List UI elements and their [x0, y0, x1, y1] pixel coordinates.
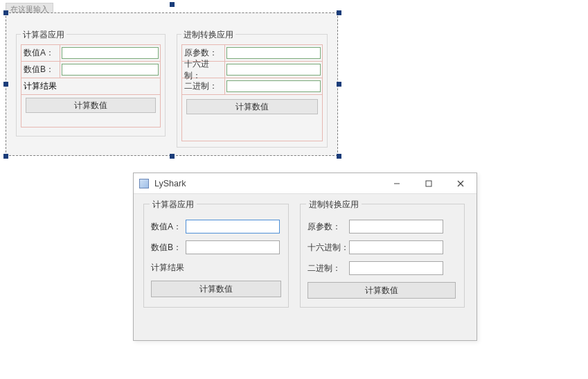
designer-calc-group[interactable]: 计算器应用 数值A： 数值B： 计算结果 计算数值 — [16, 34, 166, 136]
designer-calc-inner[interactable]: 数值A： 数值B： 计算结果 计算数值 — [21, 44, 161, 127]
conv-label-bin: 二进制： — [308, 263, 349, 274]
designer-calc-label-b[interactable]: 数值B： — [21, 62, 60, 78]
maximize-button[interactable] — [413, 173, 445, 193]
resize-handle-ne-icon[interactable] — [337, 10, 341, 15]
window-title: LyShark — [154, 179, 186, 188]
designer-conv-label-hex[interactable]: 十六进制： — [182, 62, 225, 78]
minimize-button[interactable] — [381, 173, 413, 193]
calc-label-b: 数值B： — [151, 242, 186, 254]
conv-field-bin[interactable] — [349, 261, 443, 275]
titlebar[interactable]: LyShark — [134, 173, 476, 194]
minimize-icon — [393, 180, 400, 187]
svg-rect-1 — [426, 181, 431, 186]
calc-field-a[interactable] — [186, 220, 280, 233]
resize-handle-e-icon[interactable] — [337, 82, 341, 87]
conv-label-param: 原参数： — [308, 221, 349, 233]
resize-handle-nw-icon[interactable] — [3, 10, 8, 15]
calc-field-b[interactable] — [186, 240, 280, 254]
calc-group-title: 计算器应用 — [150, 199, 197, 211]
designer-conv-group-title[interactable]: 进制转换应用 — [181, 29, 235, 41]
app-icon — [139, 179, 149, 188]
conv-button[interactable]: 计算数值 — [308, 282, 456, 299]
resize-handle-se-icon[interactable] — [337, 154, 341, 159]
designer-conv-button[interactable]: 计算数值 — [186, 99, 318, 114]
calc-button[interactable]: 计算数值 — [151, 281, 281, 297]
designer-calc-button[interactable]: 计算数值 — [26, 98, 156, 113]
designer-conv-inner[interactable]: 原参数： 十六进制： 二进制： 计算数值 — [181, 44, 323, 141]
calc-result-label: 计算结果 — [151, 261, 281, 274]
close-button[interactable] — [445, 173, 476, 193]
designer-calc-label-a[interactable]: 数值A： — [21, 45, 60, 61]
maximize-icon — [425, 180, 432, 187]
designer-canvas[interactable]: 计算器应用 数值A： 数值B： 计算结果 计算数值 进制转换应用 原参数： 十六… — [6, 12, 338, 156]
conv-field-param[interactable] — [349, 220, 443, 233]
designer-conv-group[interactable]: 进制转换应用 原参数： 十六进制： 二进制： 计算数值 — [177, 34, 328, 148]
designer-conv-field-bin[interactable] — [226, 80, 321, 92]
conv-field-hex[interactable] — [349, 240, 443, 254]
designer-calc-field-a[interactable] — [62, 47, 159, 59]
designer-calc-result-label[interactable]: 计算结果 — [21, 78, 160, 95]
conv-group: 进制转换应用 原参数： 十六进制： 二进制： 计算数值 — [300, 204, 465, 308]
resize-handle-w-icon[interactable] — [3, 82, 8, 87]
close-icon — [457, 180, 464, 187]
designer-conv-label-bin[interactable]: 二进制： — [182, 78, 225, 94]
conv-group-title: 进制转换应用 — [306, 199, 362, 211]
conv-label-hex: 十六进制： — [308, 242, 349, 254]
calc-label-a: 数值A： — [151, 221, 186, 233]
runtime-window: LyShark 计算器应用 数值A： 数值B： 计算结果 — [133, 173, 477, 341]
designer-conv-field-param[interactable] — [226, 47, 321, 59]
resize-handle-s-icon[interactable] — [170, 154, 175, 159]
designer-calc-group-title[interactable]: 计算器应用 — [21, 29, 66, 41]
calc-group: 计算器应用 数值A： 数值B： 计算结果 计算数值 — [143, 204, 289, 308]
resize-handle-sw-icon[interactable] — [3, 154, 8, 159]
designer-title-hint[interactable]: 在这里输入 — [6, 3, 53, 13]
resize-handle-n-icon[interactable] — [170, 2, 175, 7]
designer-calc-field-b[interactable] — [62, 64, 159, 76]
designer-conv-field-hex[interactable] — [226, 64, 321, 76]
